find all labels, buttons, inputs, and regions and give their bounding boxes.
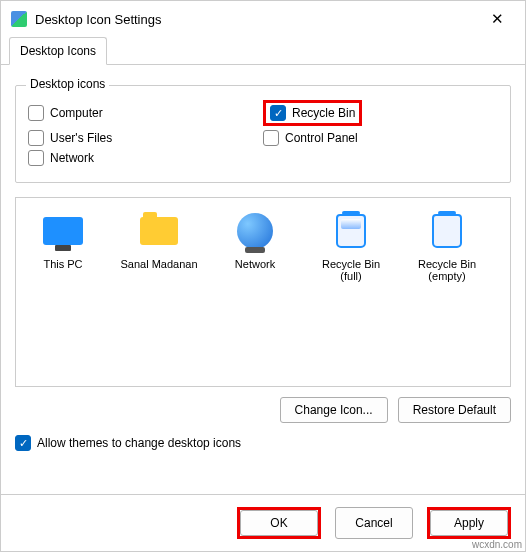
close-icon[interactable]: ✕ bbox=[479, 10, 515, 28]
restore-default-button[interactable]: Restore Default bbox=[398, 397, 511, 423]
window-title: Desktop Icon Settings bbox=[35, 12, 479, 27]
watermark: wcxdn.com bbox=[472, 539, 522, 550]
checkbox-icon bbox=[28, 130, 44, 146]
globe-icon bbox=[234, 210, 276, 252]
checkbox-users-files[interactable]: User's Files bbox=[28, 130, 263, 146]
icon-recycle-bin-empty[interactable]: Recycle Bin (empty) bbox=[408, 210, 486, 282]
checkbox-label: User's Files bbox=[50, 131, 112, 145]
checkbox-recycle-bin[interactable]: ✓ Recycle Bin bbox=[263, 100, 362, 126]
icon-label: Recycle Bin (empty) bbox=[408, 258, 486, 282]
checkbox-network[interactable]: Network bbox=[28, 150, 263, 166]
checkbox-label: Computer bbox=[50, 106, 103, 120]
checkbox-computer[interactable]: Computer bbox=[28, 100, 263, 126]
ok-button[interactable]: OK bbox=[240, 510, 318, 536]
icon-network[interactable]: Network bbox=[216, 210, 294, 270]
tab-strip: Desktop Icons bbox=[1, 37, 525, 65]
checkbox-icon bbox=[28, 150, 44, 166]
cancel-button[interactable]: Cancel bbox=[335, 507, 413, 539]
checkbox-label: Control Panel bbox=[285, 131, 358, 145]
icon-preview-list[interactable]: This PC Sanal Madanan Network Recycle Bi… bbox=[15, 197, 511, 387]
checkbox-icon: ✓ bbox=[15, 435, 31, 451]
desktop-icons-group: Desktop icons Computer ✓ Recycle Bin Use… bbox=[15, 85, 511, 183]
checkbox-allow-themes[interactable]: ✓ Allow themes to change desktop icons bbox=[15, 435, 511, 451]
checkbox-control-panel[interactable]: Control Panel bbox=[263, 130, 498, 146]
folder-icon bbox=[138, 210, 180, 252]
bin-empty-icon bbox=[426, 210, 468, 252]
dialog-button-bar: OK Cancel Apply bbox=[1, 494, 525, 551]
checkbox-icon bbox=[263, 130, 279, 146]
checkbox-icon bbox=[28, 105, 44, 121]
icon-this-pc[interactable]: This PC bbox=[24, 210, 102, 270]
icon-user-folder[interactable]: Sanal Madanan bbox=[120, 210, 198, 270]
bin-full-icon bbox=[330, 210, 372, 252]
dialog-window: Desktop Icon Settings ✕ Desktop Icons De… bbox=[0, 0, 526, 552]
checkbox-label: Allow themes to change desktop icons bbox=[37, 436, 241, 450]
group-legend: Desktop icons bbox=[26, 77, 109, 91]
icon-label: This PC bbox=[24, 258, 102, 270]
tab-desktop-icons[interactable]: Desktop Icons bbox=[9, 37, 107, 65]
app-icon bbox=[11, 11, 27, 27]
content-area: Desktop icons Computer ✓ Recycle Bin Use… bbox=[1, 65, 525, 494]
icon-label: Sanal Madanan bbox=[120, 258, 198, 270]
change-icon-button[interactable]: Change Icon... bbox=[280, 397, 388, 423]
monitor-icon bbox=[42, 210, 84, 252]
icon-label: Recycle Bin (full) bbox=[312, 258, 390, 282]
checkbox-icon: ✓ bbox=[270, 105, 286, 121]
icon-label: Network bbox=[216, 258, 294, 270]
apply-button[interactable]: Apply bbox=[430, 510, 508, 536]
checkbox-label: Network bbox=[50, 151, 94, 165]
title-bar: Desktop Icon Settings ✕ bbox=[1, 1, 525, 37]
icon-recycle-bin-full[interactable]: Recycle Bin (full) bbox=[312, 210, 390, 282]
checkbox-label: Recycle Bin bbox=[292, 106, 355, 120]
